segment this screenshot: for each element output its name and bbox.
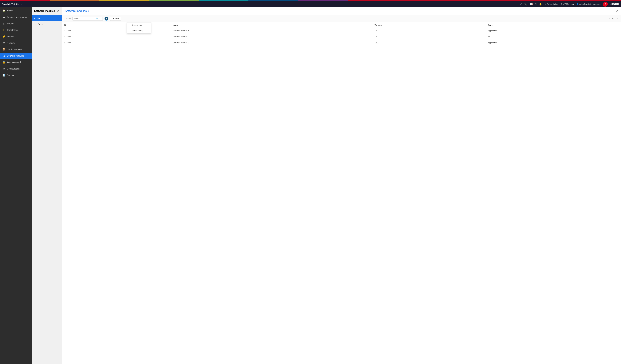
add-button[interactable]: + xyxy=(616,16,619,21)
targets-icon: ◎ xyxy=(2,22,5,25)
search-icon[interactable]: 🔍 xyxy=(96,17,99,20)
content-title-group: Software modules ℹ xyxy=(65,10,89,13)
panel-title: Software modules xyxy=(34,10,55,12)
content-title: Software modules xyxy=(65,10,87,13)
side-panel: Software modules ✕ ≡ List ✦ Types xyxy=(32,7,62,364)
bosch-logo: B BOSCH xyxy=(603,2,619,7)
table-container: ID Name Version Type 247495 Software Mod… xyxy=(62,22,621,364)
paragraph-icon[interactable]: § xyxy=(535,3,536,6)
sidebar-item-quotas[interactable]: 📊 Quotas xyxy=(0,72,32,79)
sidebar-item-access-control[interactable]: 🔒 Access control xyxy=(0,59,32,65)
sidebar-item-software-modules[interactable]: 🗂 Software modules xyxy=(0,53,32,59)
list-icon: ≡ xyxy=(34,17,35,19)
app-title: Bosch IoT Suite xyxy=(2,3,19,5)
item-count: 3 items xyxy=(64,17,71,20)
quotas-icon: 📊 xyxy=(2,74,5,77)
content-header: Software modules ℹ − ⤢ xyxy=(62,7,621,15)
toolbar: 3 items 🔍 1 ▼ Filter ↺ ⚙ + ↑ Ascending xyxy=(62,15,621,22)
user-icon: 👤 xyxy=(576,3,579,5)
close-icon[interactable]: ✕ xyxy=(20,3,22,6)
search-input[interactable] xyxy=(74,17,95,20)
configuration-icon: ⚙ xyxy=(2,67,5,70)
sidebar: 🏠 Home ☁ Services and features ◎ Targets… xyxy=(0,7,32,364)
content-header-actions: − ⤢ xyxy=(613,9,618,13)
filter-icon: ▼ xyxy=(112,17,114,20)
column-name[interactable]: Name xyxy=(170,22,372,28)
services-icon: ☁ xyxy=(2,16,5,18)
sidebar-item-rollouts[interactable]: ↺ Rollouts xyxy=(0,40,32,46)
book-icon[interactable]: 📖 xyxy=(530,3,533,6)
sort-dropdown: ↑ Ascending ↓ Descending xyxy=(127,22,151,33)
subscription-icon: 🗂 xyxy=(544,3,546,5)
settings-button[interactable]: ⚙ xyxy=(611,16,615,21)
ascending-icon: ↑ xyxy=(129,24,130,26)
cell-type: application xyxy=(486,40,621,46)
cell-type: application xyxy=(486,28,621,34)
share-icon[interactable]: ⤢ xyxy=(520,3,522,6)
sidebar-item-targets[interactable]: ◎ Targets xyxy=(0,20,32,27)
distribution-sets-icon: 📦 xyxy=(2,48,5,51)
bosch-circle-icon: B xyxy=(603,2,608,7)
rollouts-icon: ↺ xyxy=(2,41,5,44)
search-box: 🔍 xyxy=(72,17,103,21)
cell-name: Software Module 1 xyxy=(170,28,372,34)
cell-name: Software module 3 xyxy=(170,40,372,46)
phone-icon[interactable]: 📞 xyxy=(524,3,527,6)
user-menu[interactable]: 👤 John.Doe@domain.com xyxy=(576,3,601,5)
refresh-button[interactable]: ↺ xyxy=(607,16,610,21)
panel-header: Software modules ✕ xyxy=(32,7,62,15)
column-type[interactable]: Type xyxy=(486,22,621,28)
cell-type: os xyxy=(486,34,621,40)
minimize-icon[interactable]: − xyxy=(613,10,614,13)
cell-version: 1.0.0 xyxy=(372,28,486,34)
software-modules-icon: 🗂 xyxy=(2,54,5,57)
sidebar-item-home[interactable]: 🏠 Home xyxy=(0,7,32,14)
types-icon: ✦ xyxy=(34,23,36,26)
column-id[interactable]: ID xyxy=(62,22,170,28)
sidebar-item-target-filters[interactable]: ⚡ Target filters xyxy=(0,27,32,33)
home-icon: 🏠 xyxy=(2,9,5,12)
sidebar-item-services[interactable]: ☁ Services and features xyxy=(0,14,32,20)
expand-icon[interactable]: ⤢ xyxy=(616,9,618,13)
descending-icon: ↓ xyxy=(129,29,130,32)
cell-id: 247497 xyxy=(62,40,170,46)
access-control-icon: 🔒 xyxy=(2,61,5,64)
info-icon[interactable]: ℹ xyxy=(88,10,89,12)
topbar-left: Bosch IoT Suite ✕ xyxy=(2,3,22,6)
sort-descending-option[interactable]: ↓ Descending xyxy=(127,28,151,33)
panel-close-button[interactable]: ✕ xyxy=(57,9,59,13)
actions-icon: ⚡ xyxy=(2,35,5,38)
sidebar-item-actions[interactable]: ⚡ Actions xyxy=(0,33,32,40)
panel-item-list[interactable]: ≡ List xyxy=(32,15,62,21)
table-row[interactable]: 247496 Software module 2 1.0.0 os xyxy=(62,34,621,40)
cell-id: 247495 xyxy=(62,28,170,34)
sidebar-item-distribution-sets[interactable]: 📦 Distribution sets xyxy=(0,46,32,53)
panel-item-types[interactable]: ✦ Types xyxy=(32,21,62,28)
cell-version: 1.0.0 xyxy=(372,34,486,40)
topbar-right: ⤢ 📞 📖 § 🔔 🗂 Subscription 🖥 IoT Manager 👤… xyxy=(520,2,619,7)
cell-version: 1.0.0 xyxy=(372,40,486,46)
subscription-link[interactable]: 🗂 Subscription xyxy=(544,3,558,5)
target-filters-icon: ⚡ xyxy=(2,29,5,31)
bell-icon[interactable]: 🔔 xyxy=(539,3,542,6)
content-area: Software modules ℹ − ⤢ 3 items 🔍 1 ▼ Fil… xyxy=(62,7,621,364)
sort-ascending-option[interactable]: ↑ Ascending xyxy=(127,22,151,28)
iot-manager-link[interactable]: 🖥 IoT Manager xyxy=(560,3,574,5)
bosch-text: BOSCH xyxy=(609,2,619,6)
toolbar-right: ↺ ⚙ + xyxy=(607,16,619,21)
cell-id: 247496 xyxy=(62,34,170,40)
sidebar-item-configuration[interactable]: ⚙ Configuration xyxy=(0,65,32,72)
main-layout: 🏠 Home ☁ Services and features ◎ Targets… xyxy=(0,7,621,364)
sort-badge[interactable]: 1 xyxy=(104,17,108,21)
column-version[interactable]: Version xyxy=(372,22,486,28)
table-row[interactable]: 247497 Software module 3 1.0.0 applicati… xyxy=(62,40,621,46)
filter-button[interactable]: ▼ Filter xyxy=(110,16,121,21)
iot-manager-icon: 🖥 xyxy=(560,3,562,5)
cell-name: Software module 2 xyxy=(170,34,372,40)
topbar: Bosch IoT Suite ✕ ⤢ 📞 📖 § 🔔 🗂 Subscripti… xyxy=(0,0,621,7)
